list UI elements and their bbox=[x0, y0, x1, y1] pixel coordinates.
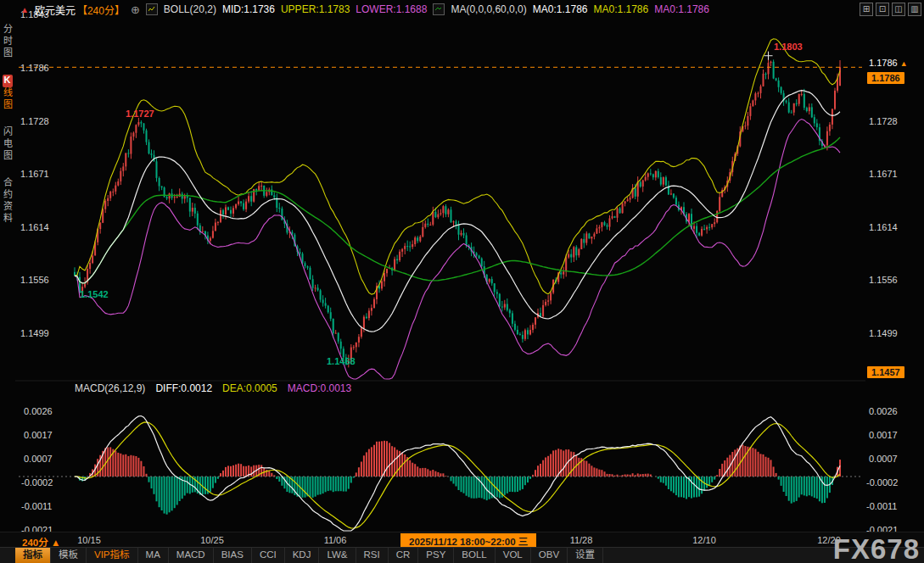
trading-app-window: ▲ 欧元美元 【240分】 ⊕ BOLL(20,2) MID:1.1736 UP… bbox=[0, 0, 924, 563]
grid-layout-icon[interactable]: ⊡ bbox=[876, 3, 889, 16]
sidebar-item-lightning-chart[interactable]: 闪电图 bbox=[1, 126, 14, 162]
price-tick: 1.1671 bbox=[20, 169, 49, 179]
symbol-name: 欧元美元 bbox=[35, 3, 76, 17]
sidebar-item-contract-info[interactable]: 合约资料 bbox=[1, 177, 14, 225]
tab-rsi[interactable]: RSI bbox=[356, 548, 389, 563]
sidebar-item-timeline-chart[interactable]: 分时图 bbox=[1, 24, 14, 59]
tab-cci[interactable]: CCI bbox=[252, 548, 285, 563]
last-price-label: 1.1786 ▲ bbox=[869, 58, 908, 68]
price-tick: 1.1786 bbox=[20, 63, 49, 73]
time-label: 12/10 bbox=[692, 535, 716, 545]
price-tick: 1.1556 bbox=[20, 275, 49, 285]
tab-kdj[interactable]: KDJ bbox=[285, 548, 320, 563]
macd-tick: -0.0002 bbox=[866, 477, 898, 488]
ma-label: MA(0,0,0,60,0,0) bbox=[451, 3, 526, 15]
window-controls: ⊞ ⊡ ◫ ▥ bbox=[860, 3, 921, 16]
split-window-icon[interactable]: ⊞ bbox=[860, 3, 873, 16]
chart-type-sidebar: 分时图 K线图 闪电图 合约资料 bbox=[0, 24, 14, 225]
tab-settings[interactable]: 设置 bbox=[568, 548, 603, 563]
period-label: 【240分】 bbox=[77, 3, 125, 17]
tab-vol[interactable]: VOL bbox=[496, 548, 531, 563]
sidebar-item-kline-chart[interactable]: K线图 bbox=[1, 75, 14, 111]
ma0-value-3: MA0:1.1786 bbox=[654, 3, 709, 15]
macd-tick: 0.0017 bbox=[24, 430, 53, 440]
panel-layout-icon[interactable]: ▥ bbox=[908, 3, 921, 16]
dual-pane-icon[interactable]: ◫ bbox=[892, 3, 905, 16]
tab-lwr[interactable]: LW& bbox=[319, 548, 356, 563]
ma-settings-icon[interactable] bbox=[433, 3, 445, 15]
price-tick: 1.1728 bbox=[869, 116, 898, 126]
swing-high-label: 1.1727 bbox=[126, 109, 154, 119]
macd-tick: -0.0011 bbox=[866, 501, 898, 511]
boll-mid-value: MID:1.1736 bbox=[222, 3, 275, 15]
macd-value: MACD:0.0013 bbox=[288, 382, 351, 394]
indicator-toolbar: 指标 模板 VIP指标 MA MACD BIAS CCI KDJ LW& RSI… bbox=[0, 547, 924, 563]
tab-macd[interactable]: MACD bbox=[169, 548, 214, 563]
swing-low-label: 1.1468 bbox=[327, 356, 356, 366]
boll-settings-icon[interactable] bbox=[146, 3, 158, 15]
ma0-value-2: MA0:1.1786 bbox=[594, 3, 649, 15]
macd-tick: 0.0026 bbox=[24, 406, 53, 416]
tab-boll[interactable]: BOLL bbox=[454, 548, 495, 563]
tab-cr[interactable]: CR bbox=[389, 548, 419, 563]
swing-high-label: 1.1803 bbox=[774, 42, 803, 52]
add-indicator-icon[interactable]: ⊕ bbox=[131, 3, 140, 16]
macd-header: MACD(26,12,9) DIFF:0.0012 DEA:0.0005 MAC… bbox=[75, 382, 351, 394]
price-tick: 1.1614 bbox=[869, 222, 898, 232]
price-tick: 1.1556 bbox=[869, 275, 898, 285]
fx678-watermark: FX678 bbox=[833, 537, 920, 562]
current-price-tag: 1.1786 bbox=[867, 72, 904, 84]
instrument-icon: ▲ bbox=[20, 5, 29, 14]
tab-obv[interactable]: OBV bbox=[531, 548, 568, 563]
macd-tick: 0.0007 bbox=[24, 454, 53, 464]
price-tick: 1.1499 bbox=[869, 328, 898, 338]
kline-badge: K bbox=[3, 75, 13, 87]
tab-template[interactable]: 模板 bbox=[51, 548, 87, 563]
tab-bias[interactable]: BIAS bbox=[214, 548, 252, 563]
ma0-value-1: MA0:1.1786 bbox=[533, 3, 588, 15]
tab-psy[interactable]: PSY bbox=[418, 548, 454, 563]
price-tick: 1.1499 bbox=[20, 328, 49, 338]
macd-tick: 0.0007 bbox=[869, 454, 898, 464]
macd-title: MACD(26,12,9) bbox=[75, 382, 145, 394]
price-up-icon: ▲ bbox=[900, 59, 908, 68]
indicator-header-bar: ▲ 欧元美元 【240分】 ⊕ BOLL(20,2) MID:1.1736 UP… bbox=[0, 0, 924, 19]
macd-tick: 0.0017 bbox=[869, 430, 898, 440]
macd-diff-value: DIFF:0.0012 bbox=[155, 382, 212, 394]
boll-lower-value: LOWER:1.1688 bbox=[356, 3, 427, 15]
chart-canvas[interactable] bbox=[0, 0, 924, 563]
boll-upper-value: UPPER:1.1783 bbox=[281, 3, 350, 15]
swing-low-label: 1.1542 bbox=[80, 289, 109, 299]
time-label: 11/28 bbox=[570, 535, 593, 545]
tab-indicator[interactable]: 指标 bbox=[15, 548, 51, 563]
tab-vip-indicator[interactable]: VIP指标 bbox=[87, 548, 138, 563]
tab-ma[interactable]: MA bbox=[138, 548, 169, 563]
time-label: 10/15 bbox=[77, 535, 101, 545]
time-axis: 240分 ▲ 10/15 10/25 11/06 11/28 12/10 12/… bbox=[0, 532, 924, 549]
macd-dea-value: DEA:0.0005 bbox=[222, 382, 277, 394]
price-tick: 1.1671 bbox=[869, 169, 898, 179]
macd-tick: 0.0026 bbox=[869, 406, 898, 416]
price-tick: 1.1614 bbox=[20, 222, 49, 232]
time-label: 11/06 bbox=[324, 535, 347, 545]
low-band-tag: 1.1457 bbox=[867, 366, 904, 378]
macd-tick: -0.0002 bbox=[21, 477, 53, 488]
boll-label: BOLL(20,2) bbox=[164, 3, 216, 15]
macd-tick: -0.0011 bbox=[21, 501, 53, 511]
price-tick: 1.1728 bbox=[20, 116, 49, 126]
time-label: 10/25 bbox=[200, 535, 224, 545]
